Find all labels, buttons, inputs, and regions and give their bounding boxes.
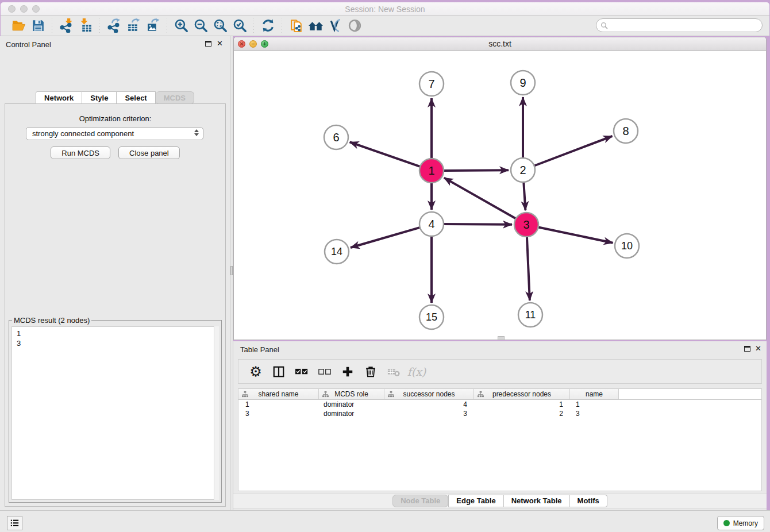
table-panel: Table Panel ✕ ⚙ f( — [233, 341, 767, 510]
export-network-icon[interactable] — [104, 17, 124, 34]
graph-edge-3-11[interactable] — [527, 236, 530, 300]
column-type-icon — [478, 391, 484, 398]
run-mcds-button[interactable]: Run MCDS — [51, 147, 110, 159]
graph-edge-1-2[interactable] — [442, 170, 509, 171]
toolbar-separator — [253, 18, 254, 34]
cell-name[interactable]: 1 — [570, 400, 619, 409]
table-row[interactable]: 1 dominator 4 1 1 — [238, 400, 761, 409]
tab-network-table[interactable]: Network Table — [504, 495, 570, 507]
toolbar-separator — [282, 18, 282, 34]
memory-label: Memory — [733, 519, 758, 527]
tab-network[interactable]: Network — [36, 91, 82, 104]
criterion-dropdown[interactable]: strongly connected component — [26, 127, 203, 140]
tab-node-table[interactable]: Node Table — [392, 495, 448, 507]
splitter-grip[interactable] — [230, 266, 233, 275]
open-session-icon[interactable] — [9, 17, 28, 34]
home-view-icon[interactable] — [306, 17, 325, 34]
tab-select[interactable]: Select — [117, 91, 155, 104]
task-history-button[interactable] — [7, 516, 22, 530]
table-row[interactable]: 3 dominator 3 2 3 — [238, 409, 761, 418]
column-header-predecessor-nodes[interactable]: predecessor nodes — [474, 389, 570, 400]
network-resize-grip[interactable] — [498, 336, 505, 340]
graph-node-label-9: 9 — [519, 76, 526, 89]
add-column-icon[interactable] — [337, 362, 358, 381]
tab-motifs[interactable]: Motifs — [570, 495, 607, 507]
cell-shared-name[interactable]: 3 — [238, 409, 319, 418]
graph-node-label-15: 15 — [426, 311, 437, 323]
application-window: Session: New Session — [0, 0, 770, 532]
column-settings-icon[interactable]: ⚙ — [245, 362, 266, 381]
refresh-view-icon[interactable] — [258, 17, 278, 34]
network-window-titlebar: ✕ − + scc.txt — [234, 37, 766, 51]
cell-shared-name[interactable]: 1 — [238, 400, 319, 409]
result-scrollbar[interactable] — [214, 326, 219, 500]
toolbar-separator — [167, 18, 167, 34]
zoom-in-icon[interactable] — [171, 17, 191, 34]
save-session-icon[interactable] — [28, 17, 48, 34]
zoom-selected-icon[interactable] — [230, 17, 249, 34]
graph-node-label-14: 14 — [331, 246, 342, 257]
graph-node-label-7: 7 — [428, 78, 434, 90]
style-preview-icon[interactable] — [325, 17, 345, 34]
network-view-window: ✕ − + scc.txt 7968124314101511 — [233, 37, 767, 340]
export-table-icon[interactable] — [124, 17, 143, 34]
select-all-checkboxes-icon[interactable] — [291, 362, 312, 381]
dropdown-stepper-icon — [194, 129, 199, 136]
deselect-all-checkboxes-icon[interactable] — [314, 362, 335, 381]
search-field[interactable] — [596, 18, 763, 32]
column-header-successor-nodes[interactable]: successor nodes — [384, 389, 474, 400]
column-header-filler — [619, 389, 761, 400]
cell-successor-nodes[interactable]: 3 — [384, 409, 474, 418]
column-type-icon — [388, 391, 394, 398]
tab-edge-table[interactable]: Edge Table — [448, 495, 503, 507]
import-table-icon[interactable] — [76, 17, 95, 34]
clone-network-icon[interactable] — [286, 17, 306, 34]
network-canvas[interactable]: 7968124314101511 — [234, 51, 766, 339]
graph-edge-3-10[interactable] — [537, 227, 613, 243]
export-image-icon[interactable] — [143, 17, 163, 34]
hide-selected-icon[interactable] — [345, 17, 364, 34]
graph-node-label-4: 4 — [428, 218, 434, 230]
cell-predecessor-nodes[interactable]: 2 — [474, 409, 570, 418]
graph-edge-2-8[interactable] — [533, 136, 613, 166]
split-view-icon[interactable] — [268, 362, 289, 381]
column-header-name[interactable]: name — [570, 389, 619, 400]
cell-successor-nodes[interactable]: 4 — [384, 400, 474, 409]
graph-edge-1-6[interactable] — [350, 142, 421, 167]
zoom-fit-icon[interactable] — [210, 17, 230, 34]
close-table-panel-icon[interactable]: ✕ — [755, 344, 761, 353]
mcds-result-group: MCDS result (2 nodes) 1 3 — [9, 320, 222, 503]
graph-node-label-3: 3 — [523, 218, 529, 231]
mcds-result-text[interactable]: 1 3 — [11, 326, 219, 500]
search-input[interactable] — [608, 20, 762, 30]
zoom-out-icon[interactable] — [191, 17, 210, 34]
close-panel-icon[interactable]: ✕ — [217, 39, 223, 48]
status-bar: Memory — [0, 510, 770, 532]
function-builder-icon: f(x) — [406, 362, 427, 381]
import-network-icon[interactable] — [56, 17, 76, 34]
column-header-mcds-role[interactable]: MCDS role — [319, 389, 384, 400]
delete-column-icon[interactable] — [360, 362, 381, 381]
cell-predecessor-nodes[interactable]: 1 — [474, 400, 570, 409]
float-panel-icon[interactable] — [205, 41, 211, 47]
column-header-shared-name[interactable]: shared name — [238, 389, 319, 400]
graph-edge-3-1[interactable] — [444, 178, 517, 219]
tab-mcds[interactable]: MCDS — [156, 91, 194, 104]
tab-style[interactable]: Style — [82, 91, 117, 104]
cell-mcds-role[interactable]: dominator — [319, 409, 384, 418]
graph-node-label-8: 8 — [622, 125, 629, 137]
mcds-result-title: MCDS result (2 nodes) — [12, 316, 91, 325]
optimization-criterion-label: Optimization criterion: — [5, 114, 225, 123]
graph-edge-4-14[interactable] — [351, 227, 421, 248]
close-panel-button[interactable]: Close panel — [118, 147, 180, 159]
float-table-panel-icon[interactable] — [744, 346, 750, 352]
node-table[interactable]: shared name MCDS role successor nodes pr… — [238, 388, 762, 491]
column-type-icon — [322, 391, 329, 398]
memory-button[interactable]: Memory — [717, 516, 764, 530]
toolbar-separator — [99, 18, 100, 34]
graph-edge-2-3[interactable] — [523, 181, 525, 210]
cell-mcds-role[interactable]: dominator — [319, 400, 384, 409]
graph-edge-4-3[interactable] — [442, 224, 512, 225]
cell-name[interactable]: 3 — [570, 409, 619, 418]
fx-label: f(x) — [407, 365, 426, 378]
